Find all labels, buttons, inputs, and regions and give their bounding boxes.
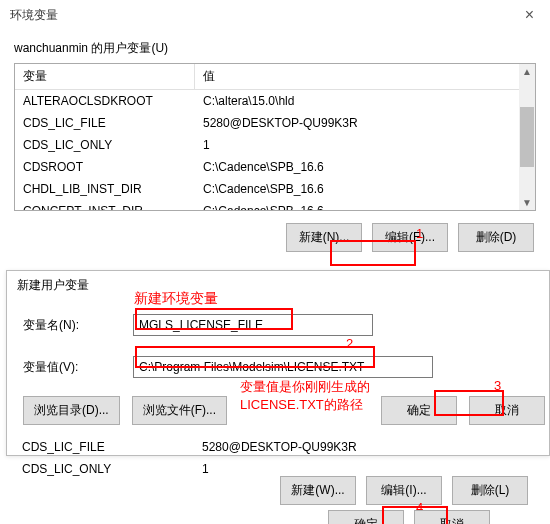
var-name-cell: CDS_LIC_FILE xyxy=(14,438,194,456)
table-row[interactable]: CONCEPT_INST_DIRC:\Cadence\SPB_16.6 xyxy=(15,200,535,211)
var-value-cell: C:\Cadence\SPB_16.6 xyxy=(195,158,535,176)
scroll-thumb[interactable] xyxy=(520,107,534,167)
browse-file-button[interactable]: 浏览文件(F)... xyxy=(132,396,227,425)
browse-dir-button[interactable]: 浏览目录(D)... xyxy=(23,396,120,425)
table-row[interactable]: ALTERAOCLSDKROOTC:\altera\15.0\hld xyxy=(15,90,535,112)
vertical-scrollbar[interactable]: ▲ ▼ xyxy=(519,64,535,210)
sys-edit-button[interactable]: 编辑(I)... xyxy=(366,476,442,505)
new-var-dialog-title: 新建用户变量 xyxy=(7,271,549,300)
var-value-cell: 1 xyxy=(195,136,535,154)
scroll-up-icon[interactable]: ▲ xyxy=(520,64,534,79)
var-name-cell: ALTERAOCLSDKROOT xyxy=(15,92,195,110)
var-name-label: 变量名(N): xyxy=(23,317,133,334)
var-value-cell: 5280@DESKTOP-QU99K3R xyxy=(195,114,535,132)
sys-delete-button[interactable]: 删除(L) xyxy=(452,476,528,505)
user-vars-table: 变量 值 ALTERAOCLSDKROOTC:\altera\15.0\hldC… xyxy=(14,63,536,211)
table-row[interactable]: CDSROOTC:\Cadence\SPB_16.6 xyxy=(15,156,535,178)
cancel-button[interactable]: 取消 xyxy=(414,510,490,524)
new-var-dialog-buttons: 浏览目录(D)... 浏览文件(F)... 确定 取消 xyxy=(7,384,549,437)
table-row[interactable]: CDS_LIC_ONLY1 xyxy=(15,134,535,156)
col-header-value[interactable]: 值 xyxy=(195,64,535,89)
table-row[interactable]: CHDL_LIB_INST_DIRC:\Cadence\SPB_16.6 xyxy=(15,178,535,200)
var-value-cell: 5280@DESKTOP-QU99K3R xyxy=(194,438,536,456)
new-var-ok-button[interactable]: 确定 xyxy=(381,396,457,425)
ok-button[interactable]: 确定 xyxy=(328,510,404,524)
var-value-label: 变量值(V): xyxy=(23,359,133,376)
var-name-input[interactable] xyxy=(133,314,373,336)
table-row[interactable]: CDS_LIC_FILE5280@DESKTOP-QU99K3R xyxy=(14,436,536,458)
var-value-cell: C:\Cadence\SPB_16.6 xyxy=(195,202,535,211)
var-name-cell: CDS_LIC_FILE xyxy=(15,114,195,132)
new-button[interactable]: 新建(N)... xyxy=(286,223,362,252)
var-value-row: 变量值(V): xyxy=(7,350,549,384)
edit-button[interactable]: 编辑(E)... xyxy=(372,223,448,252)
user-vars-buttons: 新建(N)... 编辑(E)... 删除(D) xyxy=(0,211,550,260)
col-header-name[interactable]: 变量 xyxy=(15,64,195,89)
var-value-cell: C:\Cadence\SPB_16.6 xyxy=(195,180,535,198)
new-var-dialog: 新建用户变量 变量名(N): 变量值(V): 浏览目录(D)... 浏览文件(F… xyxy=(6,270,550,456)
var-name-row: 变量名(N): xyxy=(7,308,549,342)
var-value-cell: C:\altera\15.0\hld xyxy=(195,92,535,110)
var-name-cell: CONCEPT_INST_DIR xyxy=(15,202,195,211)
close-icon[interactable]: × xyxy=(519,6,540,24)
main-ok-cancel: 确定 取消 xyxy=(0,510,550,524)
var-name-cell: CDSROOT xyxy=(15,158,195,176)
dialog-titlebar: 环境变量 × xyxy=(0,0,550,30)
var-name-cell: CHDL_LIB_INST_DIR xyxy=(15,180,195,198)
user-vars-label: wanchuanmin 的用户变量(U) xyxy=(0,30,550,63)
dialog-title: 环境变量 xyxy=(10,7,58,24)
scroll-down-icon[interactable]: ▼ xyxy=(520,195,534,210)
table-row[interactable]: CDS_LIC_FILE5280@DESKTOP-QU99K3R xyxy=(15,112,535,134)
sys-vars-buttons: 新建(W)... 编辑(I)... 删除(L) xyxy=(0,476,550,505)
sys-new-button[interactable]: 新建(W)... xyxy=(280,476,356,505)
table-header: 变量 值 xyxy=(15,64,535,90)
var-value-input[interactable] xyxy=(133,356,433,378)
new-var-cancel-button[interactable]: 取消 xyxy=(469,396,545,425)
var-name-cell: CDS_LIC_ONLY xyxy=(15,136,195,154)
delete-button[interactable]: 删除(D) xyxy=(458,223,534,252)
